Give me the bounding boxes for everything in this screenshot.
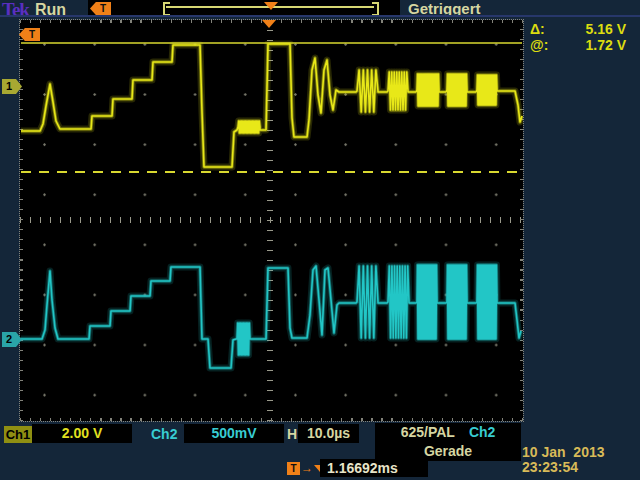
ch2-scale-readout: 500mV	[184, 424, 284, 443]
at-icon: @:	[530, 37, 548, 53]
cursor-at-row: @: 1.72 V	[530, 37, 626, 53]
ch1-badge: Ch1	[4, 426, 32, 443]
tek-logo: Tek	[2, 0, 29, 21]
top-divider	[0, 15, 640, 17]
ch1-trace	[21, 44, 522, 167]
video-mode: Gerade	[375, 442, 521, 460]
record-window-right-bracket	[372, 2, 379, 16]
record-window-left-bracket	[163, 2, 170, 16]
video-standard: 625/PAL	[401, 424, 455, 440]
arrow-right-icon: →	[301, 461, 313, 475]
trigger-delay-readout: 1.16692ms	[320, 459, 428, 477]
horizontal-badge: H	[287, 426, 297, 442]
ch2-ground-marker: 2	[2, 332, 22, 347]
video-trigger-menu[interactable]: 625/PALCh2 Gerade	[375, 423, 521, 461]
record-trigger-position-icon	[264, 2, 278, 10]
cursor-delta-value: 5.16 V	[586, 21, 626, 37]
oscilloscope-screen: Tek Run T Getriggert Δ: 5.16 V @: 1.72 V…	[0, 0, 640, 480]
cursor-delta-row: Δ: 5.16 V	[530, 21, 626, 37]
ch1-ground-marker: 1	[2, 79, 22, 94]
date-label: 10 Jan 2013	[522, 444, 605, 460]
ch2-trace	[21, 265, 521, 368]
cursor-readout: Δ: 5.16 V @: 1.72 V	[530, 21, 626, 53]
cursor-at-value: 1.72 V	[586, 37, 626, 53]
ch2-badge: Ch2	[151, 426, 177, 442]
timebase-readout: 10.0µs	[298, 424, 359, 443]
video-standard-row: 625/PALCh2	[375, 423, 521, 442]
delta-icon: Δ:	[530, 21, 545, 37]
video-trigger-source: Ch2	[469, 424, 495, 440]
graticule: T	[20, 20, 523, 421]
ch1-scale-readout: 2.00 V	[32, 424, 132, 443]
trigger-t-icon: T	[287, 462, 300, 475]
time-label: 23:23:54	[522, 459, 578, 475]
datetime-readout: 10 Jan 201323:23:54	[522, 445, 636, 475]
waveform-traces	[20, 20, 523, 421]
